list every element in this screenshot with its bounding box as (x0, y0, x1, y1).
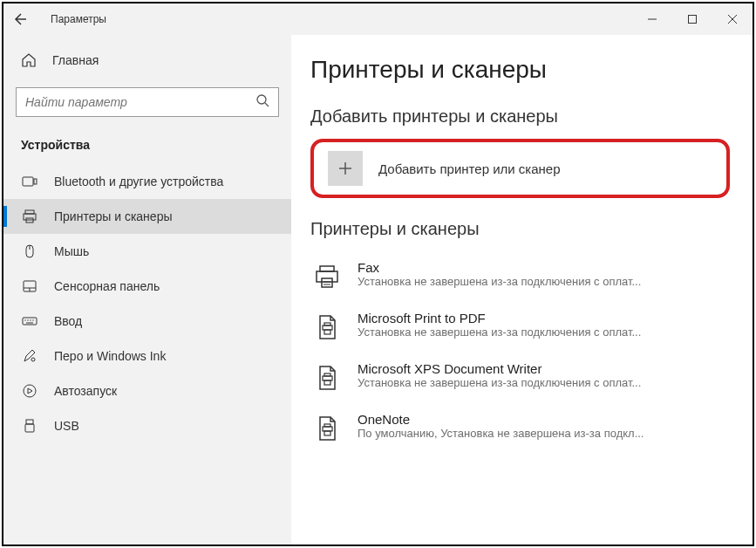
search-icon (255, 93, 269, 111)
printer-name: Fax (358, 260, 641, 275)
sidebar-item-pen[interactable]: Перо и Windows Ink (3, 339, 291, 373)
svg-rect-40 (324, 424, 330, 427)
sidebar-item-typing[interactable]: Ввод (3, 304, 291, 339)
search-box[interactable] (16, 87, 279, 117)
window-title: Параметры (51, 13, 106, 25)
home-nav[interactable]: Главная (3, 45, 291, 75)
search-input[interactable] (25, 95, 255, 109)
svg-rect-24 (26, 420, 33, 424)
maximize-icon (688, 15, 697, 24)
minimize-button[interactable] (632, 5, 672, 33)
svg-rect-16 (23, 318, 37, 325)
sidebar-item-label: Перо и Windows Ink (54, 349, 166, 363)
settings-window: Параметры Главная Устройства Bluetooth и… (2, 2, 754, 546)
printer-item-pdf[interactable]: Microsoft Print to PDF Установка не заве… (310, 302, 753, 353)
svg-point-22 (31, 358, 35, 361)
svg-rect-39 (323, 427, 332, 431)
maximize-button[interactable] (672, 5, 712, 33)
document-printer-icon (310, 412, 344, 445)
titlebar: Параметры (3, 3, 753, 35)
svg-rect-6 (23, 177, 33, 186)
svg-rect-33 (323, 325, 332, 330)
sidebar-item-label: Ввод (54, 314, 82, 328)
close-icon (728, 15, 737, 24)
sidebar-item-label: Bluetooth и другие устройства (54, 175, 223, 188)
main-content: Принтеры и сканеры Добавить принтеры и с… (291, 35, 753, 545)
printer-list: Fax Установка не завершена из-за подключ… (310, 251, 753, 454)
usb-icon (21, 417, 38, 435)
svg-rect-25 (25, 424, 34, 432)
sidebar-item-label: Принтеры и сканеры (54, 209, 172, 223)
svg-rect-1 (689, 16, 697, 24)
svg-rect-9 (24, 214, 36, 220)
sidebar-item-autoplay[interactable]: Автозапуск (3, 373, 291, 408)
svg-rect-41 (324, 431, 330, 435)
printer-item-xps[interactable]: Microsoft XPS Document Writer Установка … (310, 353, 753, 403)
home-icon (21, 52, 37, 68)
svg-rect-36 (323, 376, 332, 380)
svg-point-18 (27, 319, 28, 320)
window-body: Главная Устройства Bluetooth и другие ус… (3, 35, 753, 545)
back-button[interactable] (3, 3, 38, 35)
sidebar-item-usb[interactable]: USB (3, 408, 291, 443)
svg-rect-29 (317, 271, 337, 282)
list-heading: Принтеры и сканеры (310, 219, 753, 239)
window-controls (632, 5, 753, 33)
printer-status: Установка не завершена из-за подключения… (358, 325, 641, 339)
sidebar: Главная Устройства Bluetooth и другие ус… (3, 35, 291, 545)
close-button[interactable] (712, 5, 753, 33)
add-printer-label: Добавить принтер или сканер (378, 161, 561, 176)
sidebar-item-printers[interactable]: Принтеры и сканеры (3, 199, 291, 234)
svg-rect-7 (34, 179, 37, 184)
bluetooth-icon (21, 173, 38, 190)
section-title: Устройства (3, 129, 291, 164)
svg-point-23 (24, 385, 36, 397)
add-heading: Добавить принтеры и сканеры (310, 106, 753, 127)
plus-icon (328, 151, 363, 186)
printer-item-onenote[interactable]: OneNote По умолчанию, Установка не завер… (310, 403, 753, 454)
sidebar-item-label: USB (54, 419, 79, 433)
arrow-left-icon (14, 12, 28, 26)
sidebar-item-label: Сенсорная панель (54, 279, 160, 293)
touchpad-icon (21, 277, 38, 295)
printer-status: По умолчанию, Установка не завершена из-… (358, 427, 644, 440)
home-label: Главная (52, 53, 99, 67)
document-printer-icon (310, 311, 344, 344)
sidebar-item-bluetooth[interactable]: Bluetooth и другие устройства (3, 164, 291, 199)
svg-line-5 (265, 103, 269, 106)
svg-point-4 (257, 95, 266, 104)
svg-rect-8 (25, 210, 34, 214)
svg-rect-30 (322, 278, 332, 287)
svg-rect-38 (324, 380, 330, 385)
add-printer-button[interactable]: Добавить принтер или сканер (310, 139, 730, 198)
svg-rect-35 (324, 330, 330, 334)
printer-item-fax[interactable]: Fax Установка не завершена из-за подключ… (310, 251, 753, 302)
document-printer-icon (310, 361, 344, 394)
sidebar-item-label: Мышь (54, 244, 89, 258)
svg-rect-37 (324, 373, 330, 376)
printer-name: Microsoft Print to PDF (358, 311, 641, 325)
svg-rect-34 (324, 323, 330, 325)
printer-name: OneNote (358, 412, 644, 427)
svg-rect-28 (320, 266, 334, 271)
printer-status: Установка не завершена из-за подключения… (358, 275, 641, 288)
sidebar-item-mouse[interactable]: Мышь (3, 234, 291, 269)
pen-icon (21, 347, 38, 365)
svg-point-17 (24, 319, 25, 320)
page-title: Принтеры и сканеры (310, 56, 753, 84)
svg-point-20 (32, 319, 33, 320)
svg-point-19 (30, 319, 31, 320)
fax-icon (310, 260, 344, 293)
keyboard-icon (21, 312, 38, 330)
printer-status: Установка не завершена из-за подключения… (358, 376, 641, 389)
printer-icon (21, 208, 38, 225)
autoplay-icon (21, 382, 38, 400)
sidebar-item-label: Автозапуск (54, 384, 117, 398)
minimize-icon (648, 15, 657, 24)
printer-name: Microsoft XPS Document Writer (358, 361, 641, 376)
sidebar-item-touchpad[interactable]: Сенсорная панель (3, 269, 291, 304)
mouse-icon (21, 243, 38, 260)
